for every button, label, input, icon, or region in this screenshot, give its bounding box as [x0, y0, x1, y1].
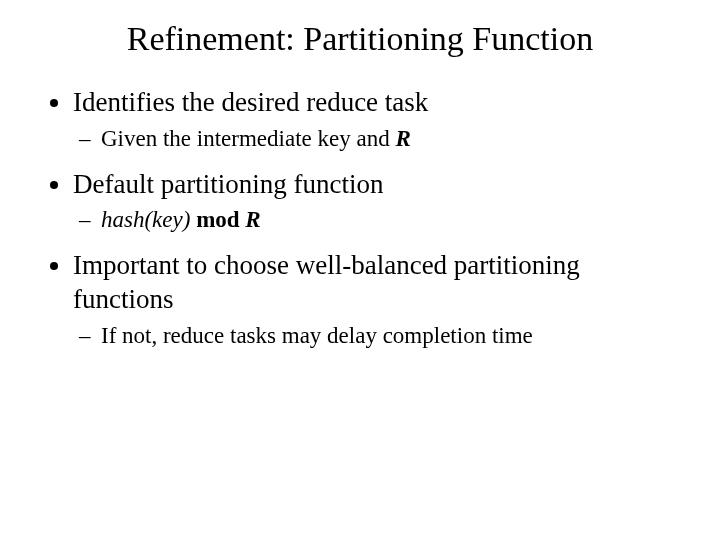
- sub-list: hash(key) mod R: [73, 205, 675, 235]
- bullet-text: Identifies the desired reduce task: [73, 87, 428, 117]
- sub-text: Given the intermediate key and: [101, 126, 395, 151]
- bullet-item: Identifies the desired reduce task Given…: [73, 86, 675, 154]
- slide-title: Refinement: Partitioning Function: [45, 20, 675, 58]
- bullet-text: Default partitioning function: [73, 169, 383, 199]
- slide: Refinement: Partitioning Function Identi…: [0, 0, 720, 540]
- bullet-item: Default partitioning function hash(key) …: [73, 168, 675, 236]
- sub-text-bold: R: [395, 126, 410, 151]
- bullet-text: Important to choose well-balanced partit…: [73, 250, 580, 314]
- sub-text-italic: hash(key): [101, 207, 196, 232]
- sub-text-bold: mod: [196, 207, 245, 232]
- sub-item: Given the intermediate key and R: [101, 124, 675, 154]
- sub-item: hash(key) mod R: [101, 205, 675, 235]
- sub-text: If not, reduce tasks may delay completio…: [101, 323, 533, 348]
- sub-item: If not, reduce tasks may delay completio…: [101, 321, 675, 351]
- sub-list: Given the intermediate key and R: [73, 124, 675, 154]
- sub-text-boldit: R: [245, 207, 260, 232]
- bullet-item: Important to choose well-balanced partit…: [73, 249, 675, 350]
- bullet-list: Identifies the desired reduce task Given…: [45, 86, 675, 351]
- sub-list: If not, reduce tasks may delay completio…: [73, 321, 675, 351]
